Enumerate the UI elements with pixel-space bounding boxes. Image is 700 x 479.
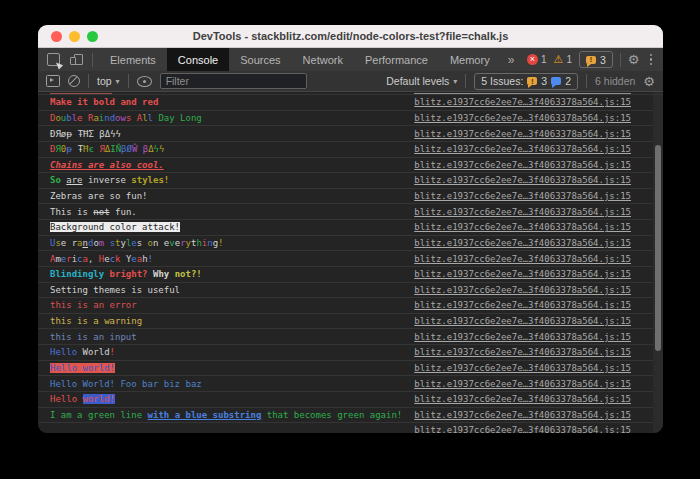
chevron-down-icon: ▾ — [453, 77, 457, 86]
console-row: Blindingly bright? Why not?!blitz.e1937c… — [38, 267, 663, 283]
source-link[interactable]: blitz.e1937cc6e2ee7e…3f4063378a564.js:15 — [414, 332, 631, 342]
log-levels-label: Default levels — [386, 75, 449, 87]
source-link[interactable]: blitz.e1937cc6e2ee7e…3f4063378a564.js:15 — [414, 363, 631, 373]
source-link[interactable]: blitz.e1937cc6e2ee7e…3f4063378a564.js:15 — [414, 238, 631, 248]
console-sidebar-icon[interactable] — [46, 75, 60, 87]
console-message: this is an error — [50, 300, 137, 310]
console-row: America, Heck Yeah!blitz.e1937cc6e2ee7e…… — [38, 251, 663, 267]
source-link[interactable]: blitz.e1937cc6e2ee7e…3f4063378a564.js:15 — [414, 394, 631, 404]
source-link[interactable]: blitz.e1937cc6e2ee7e…3f4063378a564.js:15 — [414, 254, 631, 264]
log-levels-selector[interactable]: Default levels ▾ — [386, 75, 457, 87]
console-row: Make it bold and redblitz.e1937cc6e2ee7e… — [38, 95, 663, 111]
console-message: I am a green line with a blue substring … — [50, 410, 402, 420]
more-tabs-icon[interactable]: » — [501, 53, 522, 67]
source-link[interactable]: blitz.e1937cc6e2ee7e…3f4063378a564.js:15 — [414, 97, 631, 107]
zoom-button[interactable] — [87, 31, 98, 42]
context-selector[interactable]: top ▾ — [97, 75, 120, 87]
console-row: Hello World!blitz.e1937cc6e2ee7e…3f40633… — [38, 345, 663, 361]
tab-console[interactable]: Console — [167, 48, 229, 71]
source-link[interactable]: blitz.e1937cc6e2ee7e…3f4063378a564.js:15 — [414, 191, 631, 201]
scrollbar-thumb[interactable] — [655, 145, 661, 351]
issue-icon: ! — [586, 56, 596, 64]
divider — [620, 53, 621, 67]
console-message: Make it bold and red — [50, 97, 158, 107]
source-link[interactable]: blitz.e1937cc6e2ee7e…3f4063378a564.js:15 — [414, 285, 631, 295]
console-row: blitz.e1937cc6e2ee7e…3f4063378a564.js:15 — [38, 423, 663, 433]
console-settings-gear-icon[interactable]: ⚙ — [643, 75, 655, 88]
issues-label: 5 Issues: — [481, 75, 523, 87]
issues-button[interactable]: 5 Issues: ! 3 2 — [474, 73, 578, 90]
issue-count: 3 — [600, 54, 606, 66]
source-link[interactable]: blitz.e1937cc6e2ee7e…3f4063378a564.js:15 — [414, 316, 631, 326]
titlebar: DevTools - stackblitz.com/edit/node-colo… — [38, 25, 663, 48]
devtools-window: DevTools - stackblitz.com/edit/node-colo… — [38, 25, 663, 433]
console-row: Hello world!blitz.e1937cc6e2ee7e…3f40633… — [38, 392, 663, 408]
console-message: Setting themes is useful — [50, 285, 180, 295]
source-link[interactable]: blitz.e1937cc6e2ee7e…3f4063378a564.js:15 — [414, 129, 631, 139]
settings-gear-icon[interactable]: ⚙ — [628, 53, 640, 66]
console-message: Blindingly bright? Why not?! — [50, 269, 202, 279]
clipped-row — [38, 92, 663, 95]
inspect-element-icon[interactable] — [47, 53, 60, 66]
source-link[interactable]: blitz.e1937cc6e2ee7e…3f4063378a564.js:15 — [414, 379, 631, 389]
console-row: Hello world!blitz.e1937cc6e2ee7e…3f40633… — [38, 361, 663, 377]
source-link[interactable]: blitz.e1937cc6e2ee7e…3f4063378a564.js:15 — [414, 222, 631, 232]
source-link[interactable]: blitz.e1937cc6e2ee7e…3f4063378a564.js:15 — [414, 160, 631, 170]
live-expression-eye-icon[interactable] — [137, 76, 152, 87]
overflow-menu-icon[interactable] — [647, 54, 656, 66]
console-message: Hello world! — [50, 394, 115, 404]
console-message: Background color attack! — [50, 222, 180, 232]
tab-memory[interactable]: Memory — [439, 48, 501, 71]
console-row: this is a warningblitz.e1937cc6e2ee7e…3f… — [38, 314, 663, 330]
close-button[interactable] — [51, 31, 62, 42]
console-row: Background color attack!blitz.e1937cc6e2… — [38, 220, 663, 236]
tab-performance[interactable]: Performance — [354, 48, 439, 71]
console-row: I am a green line with a blue substring … — [38, 408, 663, 424]
tab-elements[interactable]: Elements — [99, 48, 167, 71]
console-row: This is not fun.blitz.e1937cc6e2ee7e…3f4… — [38, 204, 663, 220]
console-message: Use random styles on everything! — [50, 238, 224, 248]
warning-badge[interactable]: ⚠ 1 — [554, 54, 572, 65]
panel-tabs: ElementsConsoleSourcesNetworkPerformance… — [99, 48, 501, 71]
console-message: this is a warning — [50, 316, 142, 326]
issues-counter[interactable]: ! 3 — [579, 51, 613, 68]
filter-input[interactable] — [160, 73, 307, 89]
hidden-messages-label: 6 hidden — [595, 75, 635, 87]
tab-network[interactable]: Network — [292, 48, 354, 71]
source-link[interactable]: blitz.e1937cc6e2ee7e…3f4063378a564.js:15 — [414, 207, 631, 217]
device-toolbar-icon[interactable] — [70, 54, 83, 65]
error-badge[interactable]: × 1 — [527, 54, 547, 65]
console-message: Double Raindows All Day Long — [50, 113, 202, 123]
chevron-down-icon: ▾ — [116, 77, 120, 86]
console-row: Chains are also cool.blitz.e1937cc6e2ee7… — [38, 158, 663, 174]
source-link[interactable]: blitz.e1937cc6e2ee7e…3f4063378a564.js:15 — [414, 113, 631, 123]
source-link[interactable]: blitz.e1937cc6e2ee7e…3f4063378a564.js:15 — [414, 410, 631, 420]
source-link[interactable]: blitz.e1937cc6e2ee7e…3f4063378a564.js:15 — [414, 269, 631, 279]
devtools-tabbar: ElementsConsoleSourcesNetworkPerformance… — [38, 48, 663, 71]
divider — [465, 74, 466, 88]
tab-sources[interactable]: Sources — [229, 48, 291, 71]
source-link[interactable]: blitz.e1937cc6e2ee7e…3f4063378a564.js:15 — [414, 425, 631, 433]
source-link[interactable]: blitz.e1937cc6e2ee7e…3f4063378a564.js:15 — [414, 347, 631, 357]
minimize-button[interactable] — [69, 31, 80, 42]
console-row: ÐЯøᵽ ŦĦΣ βΔϟϟblitz.e1937cc6e2ee7e…3f4063… — [38, 126, 663, 142]
console-message: Chains are also cool. — [50, 160, 164, 170]
divider — [88, 74, 89, 88]
clear-console-icon[interactable] — [68, 75, 80, 87]
console-message: ÐЯ0ᵽ ŦĦє ЯΔƗŇβØŴ βΔϟϟ — [50, 144, 164, 154]
console-message: ÐЯøᵽ ŦĦΣ βΔϟϟ — [50, 129, 121, 139]
source-link[interactable]: blitz.e1937cc6e2ee7e…3f4063378a564.js:15 — [414, 300, 631, 310]
source-link[interactable]: blitz.e1937cc6e2ee7e…3f4063378a564.js:15 — [414, 175, 631, 185]
console-message: Hello World! — [50, 347, 115, 357]
console-row: ÐЯ0ᵽ ŦĦє ЯΔƗŇβØŴ βΔϟϟblitz.e1937cc6e2ee7… — [38, 142, 663, 158]
console-message: So are inverse styles! — [50, 175, 169, 185]
source-link[interactable]: blitz.e1937cc6e2ee7e…3f4063378a564.js:15 — [414, 144, 631, 154]
console-messages: Make it bold and redblitz.e1937cc6e2ee7e… — [38, 92, 663, 433]
issue-breaking-icon: ! — [527, 77, 537, 85]
issues-blue-count: 2 — [565, 75, 571, 87]
scrollbar-track[interactable] — [653, 92, 663, 433]
divider — [92, 53, 93, 67]
console-message: Zebras are so fun! — [50, 191, 148, 201]
error-count: 1 — [541, 54, 547, 65]
context-selector-label: top — [97, 75, 112, 87]
